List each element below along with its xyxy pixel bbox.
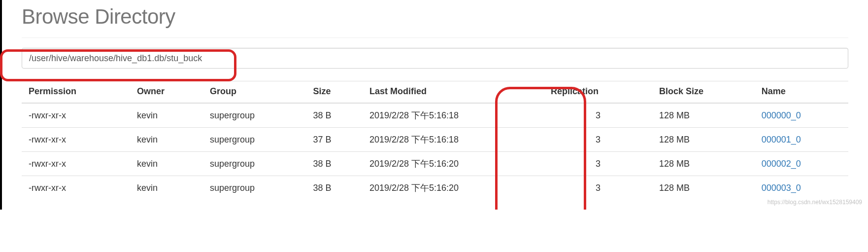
cell-replication: 3 — [544, 176, 652, 200]
col-header-size[interactable]: Size — [306, 81, 362, 104]
cell-name: 000001_0 — [755, 128, 848, 152]
cell-block-size: 128 MB — [652, 176, 755, 200]
cell-size: 38 B — [306, 152, 362, 176]
table-row: -rwxr-xr-xkevinsupergroup38 B2019/2/28 下… — [22, 176, 848, 200]
col-header-name[interactable]: Name — [755, 81, 848, 104]
col-header-permission[interactable]: Permission — [22, 81, 130, 104]
cell-owner: kevin — [130, 103, 203, 128]
cell-group: supergroup — [203, 103, 306, 128]
file-link[interactable]: 000003_0 — [762, 183, 801, 193]
file-link[interactable]: 000000_0 — [762, 110, 801, 120]
path-bar — [22, 48, 848, 69]
table-row: -rwxr-xr-xkevinsupergroup38 B2019/2/28 下… — [22, 152, 848, 176]
cell-block-size: 128 MB — [652, 152, 755, 176]
cell-group: supergroup — [203, 176, 306, 200]
path-input[interactable] — [22, 48, 848, 69]
cell-group: supergroup — [203, 128, 306, 152]
cell-group: supergroup — [203, 152, 306, 176]
cell-replication: 3 — [544, 128, 652, 152]
col-header-last-modified[interactable]: Last Modified — [363, 81, 544, 104]
page-title: Browse Directory — [22, 5, 848, 38]
cell-size: 38 B — [306, 103, 362, 128]
cell-permission: -rwxr-xr-x — [22, 152, 130, 176]
table-row: -rwxr-xr-xkevinsupergroup38 B2019/2/28 下… — [22, 103, 848, 128]
cell-permission: -rwxr-xr-x — [22, 103, 130, 128]
cell-size: 38 B — [306, 176, 362, 200]
cell-last-modified: 2019/2/28 下午5:16:20 — [363, 176, 544, 200]
cell-last-modified: 2019/2/28 下午5:16:20 — [363, 152, 544, 176]
cell-owner: kevin — [130, 152, 203, 176]
cell-block-size: 128 MB — [652, 103, 755, 128]
cell-name: 000003_0 — [755, 176, 848, 200]
col-header-replication[interactable]: Replication — [544, 81, 652, 104]
table-header-row: Permission Owner Group Size Last Modifie… — [22, 81, 848, 104]
cell-replication: 3 — [544, 152, 652, 176]
file-link[interactable]: 000002_0 — [762, 159, 801, 169]
col-header-group[interactable]: Group — [203, 81, 306, 104]
file-table: Permission Owner Group Size Last Modifie… — [22, 81, 848, 200]
table-row: -rwxr-xr-xkevinsupergroup37 B2019/2/28 下… — [22, 128, 848, 152]
cell-size: 37 B — [306, 128, 362, 152]
cell-name: 000000_0 — [755, 103, 848, 128]
col-header-block-size[interactable]: Block Size — [652, 81, 755, 104]
cell-name: 000002_0 — [755, 152, 848, 176]
cell-owner: kevin — [130, 128, 203, 152]
cell-last-modified: 2019/2/28 下午5:16:18 — [363, 103, 544, 128]
cell-permission: -rwxr-xr-x — [22, 128, 130, 152]
col-header-owner[interactable]: Owner — [130, 81, 203, 104]
cell-last-modified: 2019/2/28 下午5:16:18 — [363, 128, 544, 152]
cell-owner: kevin — [130, 176, 203, 200]
file-link[interactable]: 000001_0 — [762, 135, 801, 144]
cell-block-size: 128 MB — [652, 128, 755, 152]
cell-replication: 3 — [544, 103, 652, 128]
cell-permission: -rwxr-xr-x — [22, 176, 130, 200]
